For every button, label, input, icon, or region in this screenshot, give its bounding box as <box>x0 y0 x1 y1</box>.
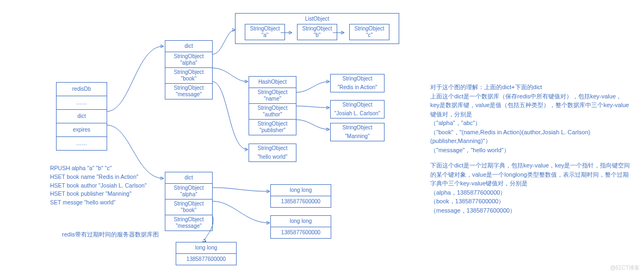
watermark: @61CT博客 <box>610 264 640 272</box>
command-line: HSET book publisher "Manning" <box>50 190 147 198</box>
list-item: StringObject"c" <box>349 24 389 40</box>
list-object-title: ListObject <box>239 16 395 22</box>
command-line: SET messge "hello world" <box>50 198 147 207</box>
dict-top-entry: StringObject"book" <box>165 68 212 84</box>
dict-top-entry: StringObject"alpha" <box>165 52 212 68</box>
redis-db-row: …… <box>57 96 107 110</box>
long-long-box: long long 1385877600000 <box>176 242 237 265</box>
diagram-caption: redis带有过期时间的服务器数据库图 <box>62 231 159 239</box>
long-long-box: long long 1385877600000 <box>270 215 331 239</box>
dict-bottom-entry: StringObject"alpha" <box>165 184 212 200</box>
dict-bottom-stack: dict StringObject"alpha" StringObject"bo… <box>165 172 213 231</box>
list-item: StringObject"a" <box>245 24 285 40</box>
hash-value-box: StringObject"Manning" <box>330 123 385 141</box>
hash-field: StringObject"publisher" <box>249 120 296 135</box>
redis-db-row: dict <box>57 110 107 123</box>
command-line: RPUSH alpha "a" "b" "c" <box>50 164 147 173</box>
dict-top-entry: StringObject"message" <box>165 84 212 99</box>
hash-value-box: StringObject"Josiah L. Carlson" <box>330 100 385 119</box>
dict-bottom-entry: StringObject"book" <box>165 200 212 215</box>
dict-top-header: dict <box>165 41 212 52</box>
hash-object-stack: HashObject StringObject"name" StringObje… <box>249 76 296 135</box>
explanation-top: 对于这个图的理解：上面的dict+下面的dict 上面这个dict是一个数据库（… <box>430 83 630 154</box>
redis-db-row: redisDb <box>57 83 107 96</box>
commands-list: RPUSH alpha "a" "b" "c" HSET book name "… <box>50 164 147 207</box>
redis-db-row: …… <box>57 137 107 150</box>
string-hello-box: StringObject"hello world" <box>249 144 296 162</box>
command-line: HSET book author "Josiah L. Carlson" <box>50 182 147 190</box>
dict-bottom-header: dict <box>165 172 212 184</box>
dict-bottom-entry: StringObject"message" <box>165 215 212 231</box>
list-object-box: ListObject StringObject"a" StringObject"… <box>235 13 399 44</box>
list-item: StringObject"b" <box>297 24 337 40</box>
redis-db-row: expires <box>57 123 107 137</box>
dict-top-stack: dict StringObject"alpha" StringObject"bo… <box>165 40 213 99</box>
hash-field: StringObject"name" <box>249 88 296 104</box>
hash-value-box: StringObject"Redis in Action" <box>330 74 385 92</box>
explanation-bottom: 下面这个dict是一个过期字典，包括key-value，key是一个指针，指向键… <box>430 161 630 215</box>
redis-db-stack: redisDb …… dict expires …… <box>56 82 107 151</box>
hash-field: StringObject"author" <box>249 104 296 120</box>
long-long-box: long long 1385877600000 <box>270 184 331 208</box>
command-line: HSET book name "Redis in Action" <box>50 173 147 182</box>
hash-object-header: HashObject <box>249 77 296 88</box>
